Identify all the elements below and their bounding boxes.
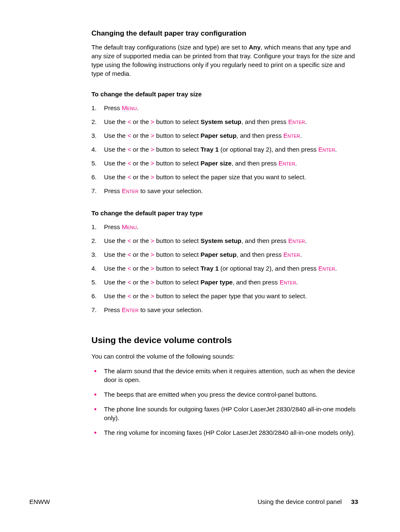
bold-text: Tray 1 — [200, 146, 218, 153]
gt-symbol: > — [151, 279, 154, 286]
text: button to select — [154, 237, 200, 244]
step: Use the < or the > button to select Pape… — [91, 250, 358, 259]
text: or the — [131, 292, 151, 300]
bold-text: Paper type — [200, 279, 233, 286]
enter-label: Enter — [288, 118, 305, 125]
heading-changing-tray: Changing the default paper tray configur… — [91, 29, 358, 38]
text: , and then press — [231, 160, 278, 167]
lt-symbol: < — [127, 237, 131, 244]
menu-label: Menu — [122, 104, 137, 111]
text: button to select the paper type that you… — [154, 292, 307, 300]
gt-symbol: > — [151, 237, 154, 244]
text: . — [137, 223, 138, 230]
subheading-tray-size: To change the default paper tray size — [91, 90, 358, 98]
bold-text: Paper setup — [200, 251, 236, 258]
text: , and then press — [236, 132, 283, 139]
text: or the — [131, 237, 151, 244]
text: Use the — [104, 160, 127, 167]
lt-symbol: < — [127, 279, 131, 286]
bold-text: Tray 1 — [200, 265, 218, 272]
text: Press — [104, 306, 122, 313]
text: . — [305, 118, 306, 125]
gt-symbol: > — [151, 265, 154, 272]
text: button to select — [154, 132, 200, 139]
lt-symbol: < — [127, 146, 131, 153]
text: Use the — [104, 173, 127, 181]
text: , and then press — [242, 237, 288, 244]
page-content: Changing the default paper tray configur… — [0, 0, 400, 437]
step: Use the < or the > button to select Pape… — [91, 278, 358, 287]
step: Press Enter to save your selection. — [91, 186, 358, 195]
text: or the — [131, 173, 151, 181]
text: Press — [104, 104, 122, 111]
text: or the — [131, 265, 151, 272]
lt-symbol: < — [127, 118, 131, 125]
step: Use the < or the > button to select the … — [91, 292, 358, 300]
bold-text: System setup — [200, 118, 242, 125]
footer-right: Using the device control panel 33 — [257, 498, 358, 505]
subheading-tray-type: To change the default paper tray type — [91, 209, 358, 217]
lt-symbol: < — [127, 160, 131, 167]
footer-left: ENWW — [29, 498, 50, 505]
menu-label: Menu — [122, 223, 137, 230]
step: Use the < or the > button to select Tray… — [91, 145, 358, 154]
gt-symbol: > — [151, 160, 154, 167]
page-number: 33 — [351, 498, 358, 505]
page-footer: ENWW Using the device control panel 33 — [29, 498, 358, 505]
text: . — [335, 265, 337, 272]
text: button to select — [154, 118, 200, 125]
text: or the — [131, 279, 151, 286]
text: or the — [131, 160, 151, 167]
bold-text: System setup — [200, 237, 242, 244]
enter-label: Enter — [122, 187, 139, 194]
steps-tray-type: Press Menu. Use the < or the > button to… — [91, 222, 358, 314]
text: to save your selection. — [138, 187, 203, 194]
list-item: The alarm sound that the device emits wh… — [91, 367, 358, 384]
intro-pre: The default tray configurations (size an… — [91, 44, 249, 51]
text: , and then press — [233, 279, 280, 286]
gt-symbol: > — [151, 146, 154, 153]
text: . — [305, 237, 306, 244]
list-item: The ring volume for incoming faxes (HP C… — [91, 428, 358, 437]
step: Use the < or the > button to select the … — [91, 173, 358, 181]
heading-volume-controls: Using the device volume controls — [91, 335, 358, 345]
intro-any: Any — [249, 44, 260, 51]
gt-symbol: > — [151, 132, 154, 139]
footer-section: Using the device control panel — [257, 498, 342, 505]
text: . — [300, 132, 302, 139]
lt-symbol: < — [127, 173, 131, 181]
text: or the — [131, 132, 151, 139]
enter-label: Enter — [278, 160, 295, 167]
text: Use the — [104, 292, 127, 300]
step: Use the < or the > button to select Syst… — [91, 117, 358, 126]
lt-symbol: < — [127, 251, 131, 258]
text: button to select — [154, 251, 200, 258]
text: (or optional tray 2), and then press — [219, 265, 319, 272]
step: Press Enter to save your selection. — [91, 305, 358, 314]
step: Press Menu. — [91, 103, 358, 112]
bold-text: Paper setup — [200, 132, 236, 139]
text: . — [335, 146, 337, 153]
steps-tray-size: Press Menu. Use the < or the > button to… — [91, 103, 358, 195]
text: Use the — [104, 237, 127, 244]
text: Use the — [104, 146, 127, 153]
text: . — [137, 104, 138, 111]
enter-label: Enter — [283, 251, 300, 258]
text: . — [300, 251, 302, 258]
text: or the — [131, 251, 151, 258]
enter-label: Enter — [318, 146, 335, 153]
list-item: The beeps that are emitted when you pres… — [91, 390, 358, 399]
text: Use the — [104, 251, 127, 258]
step: Use the < or the > button to select Syst… — [91, 236, 358, 245]
text: button to select — [154, 265, 200, 272]
text: Press — [104, 187, 122, 194]
text: button to select — [154, 160, 200, 167]
text: or the — [131, 118, 151, 125]
bold-text: Paper size — [200, 160, 231, 167]
intro-paragraph: The default tray configurations (size an… — [91, 43, 358, 78]
text: button to select — [154, 279, 200, 286]
text: Use the — [104, 265, 127, 272]
enter-label: Enter — [288, 237, 305, 244]
text: button to select — [154, 146, 200, 153]
gt-symbol: > — [151, 173, 154, 181]
